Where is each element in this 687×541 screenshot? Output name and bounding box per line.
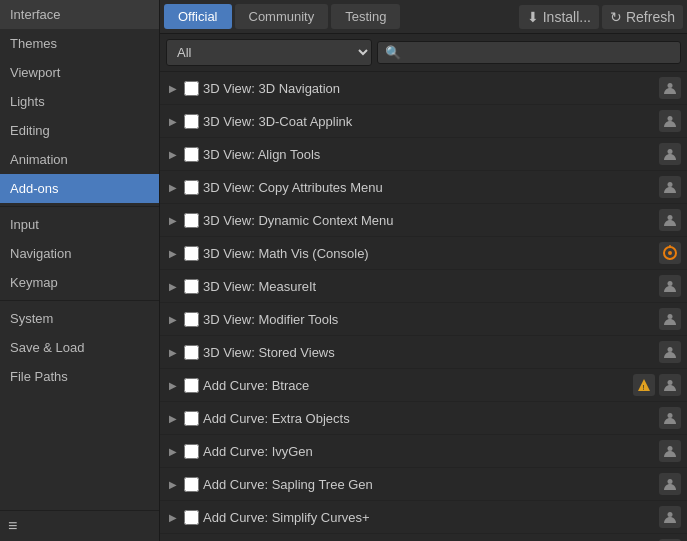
search-input[interactable] — [406, 45, 673, 60]
addon-icon-area — [659, 341, 681, 363]
addon-row[interactable]: ▶3D View: Modifier Tools — [160, 303, 687, 336]
addon-checkbox[interactable] — [184, 378, 199, 393]
sidebar-item-animation[interactable]: Animation — [0, 145, 159, 174]
addon-row[interactable]: ▶3D View: Align Tools — [160, 138, 687, 171]
addon-name: Add Curve: Sapling Tree Gen — [203, 477, 655, 492]
warning-icon[interactable]: ! — [633, 374, 655, 396]
addon-row[interactable]: ▶Add Curve: Sapling Tree Gen — [160, 468, 687, 501]
addon-expand-arrow[interactable]: ▶ — [166, 413, 180, 424]
addon-expand-arrow[interactable]: ▶ — [166, 347, 180, 358]
filter-row: All 🔍 — [160, 34, 687, 72]
category-select[interactable]: All — [166, 39, 372, 66]
user-icon[interactable] — [659, 308, 681, 330]
addon-checkbox[interactable] — [184, 180, 199, 195]
user-icon[interactable] — [659, 506, 681, 528]
addon-row[interactable]: ▶Add Curve: Btrace! — [160, 369, 687, 402]
addon-row[interactable]: ▶3D View: 3D Navigation — [160, 72, 687, 105]
sidebar-item-interface[interactable]: Interface — [0, 0, 159, 29]
sidebar-item-addons[interactable]: Add-ons — [0, 174, 159, 203]
addon-checkbox[interactable] — [184, 246, 199, 261]
addon-checkbox[interactable] — [184, 477, 199, 492]
sidebar-separator — [0, 300, 159, 301]
hamburger-button[interactable]: ≡ — [0, 510, 159, 541]
addon-expand-arrow[interactable]: ▶ — [166, 512, 180, 523]
svg-point-15 — [668, 446, 673, 451]
svg-point-13 — [668, 380, 673, 385]
addon-checkbox[interactable] — [184, 312, 199, 327]
user-icon[interactable] — [659, 374, 681, 396]
addon-row[interactable]: ▶3D View: Copy Attributes Menu — [160, 171, 687, 204]
sidebar-item-file-paths[interactable]: File Paths — [0, 362, 159, 391]
svg-point-17 — [668, 512, 673, 517]
tab-official[interactable]: Official — [164, 4, 232, 29]
svg-point-3 — [668, 182, 673, 187]
user-icon[interactable] — [659, 143, 681, 165]
sidebar-item-editing[interactable]: Editing — [0, 116, 159, 145]
sidebar: InterfaceThemesViewportLightsEditingAnim… — [0, 0, 160, 541]
user-icon[interactable] — [659, 110, 681, 132]
addon-expand-arrow[interactable]: ▶ — [166, 380, 180, 391]
svg-point-9 — [668, 314, 673, 319]
sidebar-item-save-load[interactable]: Save & Load — [0, 333, 159, 362]
user-icon[interactable] — [659, 209, 681, 231]
blender-icon[interactable] — [659, 242, 681, 264]
addon-row[interactable]: ▶3D View: Stored Views — [160, 336, 687, 369]
addon-checkbox[interactable] — [184, 444, 199, 459]
sidebar-item-keymap[interactable]: Keymap — [0, 268, 159, 297]
addon-checkbox[interactable] — [184, 345, 199, 360]
user-icon[interactable] — [659, 176, 681, 198]
addon-checkbox[interactable] — [184, 147, 199, 162]
user-icon[interactable] — [659, 407, 681, 429]
sidebar-item-system[interactable]: System — [0, 304, 159, 333]
addon-expand-arrow[interactable]: ▶ — [166, 83, 180, 94]
addon-name: Add Curve: Btrace — [203, 378, 629, 393]
sidebar-item-lights[interactable]: Lights — [0, 87, 159, 116]
sidebar-item-viewport[interactable]: Viewport — [0, 58, 159, 87]
addon-row[interactable]: ▶Add Mesh: A.N.T.Landscape — [160, 534, 687, 541]
addon-row[interactable]: ▶3D View: Dynamic Context Menu — [160, 204, 687, 237]
tab-testing[interactable]: Testing — [331, 4, 400, 29]
tab-community[interactable]: Community — [235, 4, 329, 29]
addon-expand-arrow[interactable]: ▶ — [166, 314, 180, 325]
addon-row[interactable]: ▶Add Curve: Simplify Curves+ — [160, 501, 687, 534]
sidebar-item-input[interactable]: Input — [0, 210, 159, 239]
svg-point-6 — [668, 251, 672, 255]
addon-icon-area — [659, 275, 681, 297]
refresh-button[interactable]: ↻ Refresh — [602, 5, 683, 29]
addon-row[interactable]: ▶3D View: 3D-Coat Applink — [160, 105, 687, 138]
addon-icon-area — [659, 308, 681, 330]
addon-expand-arrow[interactable]: ▶ — [166, 215, 180, 226]
addon-row[interactable]: ▶Add Curve: Extra Objects — [160, 402, 687, 435]
sidebar-item-navigation[interactable]: Navigation — [0, 239, 159, 268]
addon-checkbox[interactable] — [184, 114, 199, 129]
user-icon[interactable] — [659, 341, 681, 363]
search-box: 🔍 — [377, 41, 681, 64]
addon-expand-arrow[interactable]: ▶ — [166, 149, 180, 160]
install-label: Install... — [543, 9, 591, 25]
user-icon[interactable] — [659, 275, 681, 297]
sidebar-item-themes[interactable]: Themes — [0, 29, 159, 58]
addon-icon-area — [659, 143, 681, 165]
addon-checkbox[interactable] — [184, 279, 199, 294]
user-icon[interactable] — [659, 77, 681, 99]
addon-row[interactable]: ▶3D View: MeasureIt — [160, 270, 687, 303]
addon-expand-arrow[interactable]: ▶ — [166, 182, 180, 193]
sidebar-item-label: Add-ons — [10, 181, 58, 196]
addon-checkbox[interactable] — [184, 411, 199, 426]
addon-icon-area — [659, 440, 681, 462]
addon-row[interactable]: ▶3D View: Math Vis (Console) — [160, 237, 687, 270]
addon-checkbox[interactable] — [184, 213, 199, 228]
install-button[interactable]: ⬇ Install... — [519, 5, 599, 29]
user-icon[interactable] — [659, 473, 681, 495]
addon-checkbox[interactable] — [184, 510, 199, 525]
user-icon[interactable] — [659, 440, 681, 462]
addon-expand-arrow[interactable]: ▶ — [166, 446, 180, 457]
addon-expand-arrow[interactable]: ▶ — [166, 248, 180, 259]
addon-expand-arrow[interactable]: ▶ — [166, 116, 180, 127]
addon-expand-arrow[interactable]: ▶ — [166, 479, 180, 490]
sidebar-item-label: Keymap — [10, 275, 58, 290]
addon-row[interactable]: ▶Add Curve: IvyGen — [160, 435, 687, 468]
addon-expand-arrow[interactable]: ▶ — [166, 281, 180, 292]
addon-name: Add Curve: IvyGen — [203, 444, 655, 459]
addon-checkbox[interactable] — [184, 81, 199, 96]
